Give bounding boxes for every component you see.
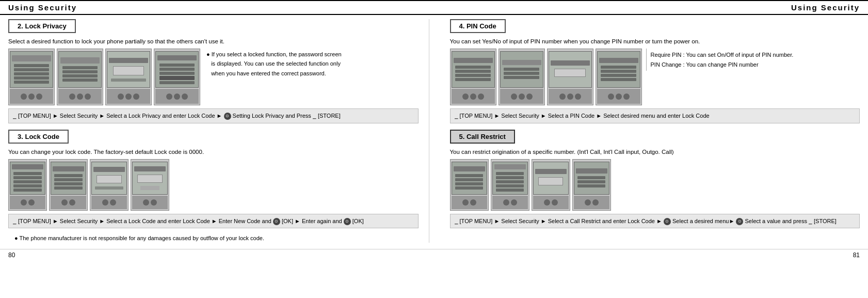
- nav-icon-6: ⊙: [736, 218, 743, 225]
- store-icon-2: ⎯: [313, 113, 316, 119]
- phone-image-4-4: [596, 49, 642, 105]
- section-3-images-row: [8, 159, 419, 211]
- bullet-note: The phone manufacturer is not responsibl…: [8, 234, 419, 242]
- pin-note-line1: Require PIN : You can set On/Off of inpu…: [651, 51, 794, 59]
- phone-image-4-3: [547, 49, 593, 105]
- store-icon-3: ⎯: [13, 218, 17, 224]
- store-icon-5: ⎯: [455, 218, 458, 224]
- phone-image-2: [57, 49, 103, 105]
- section-4-description: You can set Yes/No of input of PIN numbe…: [450, 37, 860, 45]
- page-number-left: 80: [8, 252, 15, 259]
- section-3-title: 3. Lock Code: [8, 130, 69, 144]
- phone-image-4-2: [499, 49, 545, 105]
- section-2-images-row: ● If you select a locked function, the p…: [8, 49, 419, 105]
- right-panel: 4. PIN Code You can set Yes/No of input …: [440, 19, 860, 243]
- section-2-description: Select a desired function to lock your p…: [8, 37, 419, 45]
- section-5-call-restrict: 5. Call Restrict You can restrict origin…: [450, 130, 860, 229]
- nav-icon-1: ⊙: [224, 113, 231, 120]
- section-2-lock-privacy: 2. Lock Privacy Select a desired functio…: [8, 19, 419, 123]
- phone-image-4-1: [450, 49, 496, 105]
- nav-icon-3: ⊙: [344, 218, 351, 225]
- section-5-instruction: ⎯ [TOP MENU] ► Select Security ► Select …: [450, 214, 860, 229]
- phone-image-5-4: [572, 159, 611, 211]
- section-4-instruction: ⎯ [TOP MENU] ► Select Security ► Select …: [450, 108, 860, 123]
- store-icon-left: ⎯: [13, 113, 17, 119]
- phone-image-5-2: [491, 159, 529, 211]
- nav-icon-5: ⊙: [664, 218, 671, 225]
- main-content: 2. Lock Privacy Select a desired functio…: [0, 15, 868, 247]
- page-number-right: 81: [853, 252, 860, 259]
- phone-screen-1: [10, 51, 53, 88]
- section-5-description: You can restrict origination of a specif…: [450, 148, 860, 156]
- section-4-note: Require PIN : You can set On/Off of inpu…: [646, 49, 798, 71]
- section-2-note: ● If you select a locked function, the p…: [202, 49, 346, 80]
- phone-image-3-4: [131, 159, 169, 211]
- phone-image-4: [154, 49, 200, 105]
- left-panel: 2. Lock Privacy Select a desired functio…: [8, 19, 429, 243]
- phone-image-3: [105, 49, 152, 105]
- phone-image-3-3: [90, 159, 128, 211]
- footer: 80 81: [0, 249, 868, 261]
- section-3-description: You can change your lock code. The facto…: [8, 148, 419, 156]
- header-left-title: Using Security: [8, 3, 77, 12]
- pin-note-line2: PIN Change : You can change PIN number: [651, 60, 794, 69]
- section-3-instruction: ⎯ [TOP MENU] ► Select Security ► Select …: [8, 214, 419, 229]
- phone-image-3-1: [8, 159, 47, 211]
- section-2-note-bullet: ● If you select a locked function, the p…: [206, 51, 342, 58]
- phone-image-5-1: [450, 159, 489, 211]
- store-icon-6: ⎯: [809, 218, 812, 224]
- section-5-title: 5. Call Restrict: [450, 130, 515, 144]
- section-5-images-row: [450, 159, 860, 211]
- phone-image-1: [8, 49, 55, 105]
- phone-image-5-3: [532, 159, 570, 211]
- store-icon-4: ⎯: [455, 113, 458, 119]
- section-4-title: 4. PIN Code: [450, 19, 506, 33]
- nav-icon-2: ⊙: [273, 218, 280, 225]
- section-2-instruction: ⎯ [TOP MENU] ► Select Security ► Select …: [8, 108, 419, 123]
- phone-image-3-2: [49, 159, 88, 211]
- section-4-images-row: Require PIN : You can set On/Off of inpu…: [450, 49, 860, 105]
- header-right-title: Using Security: [791, 3, 860, 12]
- section-3-lock-code: 3. Lock Code You can change your lock co…: [8, 130, 419, 229]
- section-4-pin-code: 4. PIN Code You can set Yes/No of input …: [450, 19, 860, 123]
- section-2-title: 2. Lock Privacy: [8, 19, 76, 33]
- page-header: Using Security Using Security: [0, 0, 868, 15]
